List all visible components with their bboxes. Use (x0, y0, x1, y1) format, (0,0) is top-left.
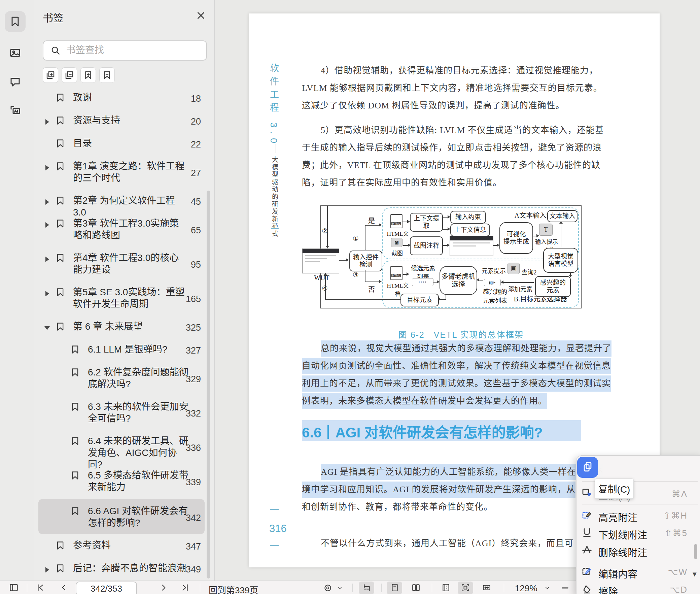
bookmark-item[interactable]: 目录 22 (34, 134, 206, 155)
book-title-vertical: 软件工程 3.0 (267, 63, 280, 147)
expand-arrow-icon[interactable] (45, 291, 49, 296)
page-indicator-input[interactable]: 342/353 (76, 582, 137, 594)
collapse-all-button[interactable] (62, 67, 77, 83)
bookmark-page: 329 (175, 374, 201, 385)
bookmark-flag-icon (70, 402, 80, 411)
bookmark-page: 65 (175, 225, 201, 236)
body-line: 费；此外，VETL 在顶级商业网站的测试中成功发现了多个核心功能性的缺 (302, 157, 600, 173)
expand-arrow-icon[interactable] (45, 165, 49, 170)
bookmark-item[interactable]: 致谢 18 (34, 88, 206, 109)
fit-width-button[interactable] (482, 583, 491, 592)
bookmark-item[interactable]: 参考资料 347 (34, 536, 206, 557)
sidebar-scrollbar[interactable] (207, 191, 210, 579)
select-all-icon (582, 488, 592, 499)
search-input[interactable] (66, 43, 202, 57)
close-panel-button[interactable] (194, 9, 208, 22)
rail-tab-translate[interactable] (5, 100, 26, 121)
bookmark-item[interactable]: 第4章 软件工程3.0的核心能力建设 95 (34, 249, 206, 281)
bookmark-page: 165 (175, 294, 201, 304)
bookmark-item[interactable]: 第1章 演变之路：软件工程的三个时代 27 (34, 157, 206, 189)
bookmark-item[interactable]: 第2章 为何定义软件工程3.0 45 (34, 191, 206, 212)
quick-copy-button[interactable] (577, 457, 598, 478)
bookmark-item[interactable]: 6.4 未来的研发工具、研发角色、AIGC如何协同? 336 (34, 432, 206, 464)
bookmark-search-box[interactable] (43, 40, 207, 61)
bookmark-item[interactable]: 6.1 LLM 是银弹吗? 327 (34, 340, 206, 361)
collapse-all-icon (64, 70, 74, 80)
bookmark-flag-icon (56, 116, 65, 125)
expand-arrow-icon[interactable] (45, 567, 49, 572)
menu-item-highlight[interactable]: 高亮附注 ⇧⌘H (576, 507, 700, 524)
bookmark-flag-icon (56, 253, 65, 263)
two-page-button[interactable] (411, 583, 421, 592)
section-heading: 6.6AGI 对软件研发会有怎样的影响? (302, 421, 542, 441)
bookmark-item-selected[interactable]: 6.6 AGI 对软件研发会有怎样的影响? 342 (34, 502, 206, 534)
next-page-button[interactable] (159, 583, 168, 592)
figure-caption: 图 6-2 VETL 实现的总体框架 (320, 328, 602, 340)
prev-page-button[interactable] (59, 583, 69, 592)
menu-item-underline[interactable]: 下划线附注 ⇧⌘5 (576, 524, 700, 541)
fit-page-button[interactable] (461, 583, 470, 592)
thumbnail-page-button[interactable] (442, 583, 450, 592)
back-to-page-button[interactable]: 回到第339页 (209, 583, 258, 594)
menu-item-erase[interactable]: 擦除 ⌥D (576, 581, 700, 594)
bookmark-page: 95 (175, 260, 201, 270)
bookmark-flag-icon (56, 219, 65, 228)
menu-item-edit-content[interactable]: 编辑内容 ⌥W (576, 563, 700, 580)
single-page-button[interactable] (390, 583, 399, 592)
expand-arrow-icon[interactable] (45, 257, 49, 262)
html-file-icon: HTML (390, 266, 403, 280)
bookmark-item[interactable]: 6.5 多模态给软件研发带来新能力 339 (34, 466, 206, 498)
continuous-scroll-button[interactable] (362, 583, 372, 592)
input-prompt-icon: T (539, 224, 553, 236)
bookmark-flag-icon (56, 541, 65, 550)
bookmark-flag-icon (70, 471, 80, 480)
bookmark-page: 332 (175, 408, 201, 419)
zoom-chevron-icon[interactable] (544, 585, 551, 591)
bookmark-item[interactable]: 6.3 未来的软件会更加安全可信吗? 332 (34, 397, 206, 430)
expand-arrow-icon[interactable] (45, 222, 49, 228)
last-page-button[interactable] (180, 583, 190, 592)
add-bookmark-button[interactable] (80, 67, 96, 83)
first-page-button[interactable] (36, 583, 45, 592)
collapse-arrow-icon[interactable] (44, 326, 50, 330)
copy-icon (582, 461, 593, 474)
body-line-highlighted: 境中学习和应用知识。AGI 的发展将对软件研发产生深远的影响，从 (302, 482, 575, 498)
bookmark-item[interactable]: 资源与支持 20 (34, 111, 206, 132)
bookmark-flag-icon (70, 436, 80, 446)
rail-tab-images[interactable] (5, 42, 26, 63)
bookmark-item[interactable]: 后记：奔腾不息的智能浪潮 349 (34, 559, 206, 580)
body-line: 4）借助视觉辅助，获得更精准的目标元素选择：通过视觉推理能力， (321, 63, 598, 79)
erase-icon (582, 584, 592, 594)
zoom-level-value[interactable]: 129% (515, 583, 537, 594)
bookmark-item[interactable]: 6.2 软件复杂度问题能彻底解决吗? 329 (34, 363, 206, 395)
bookmark-page: 18 (175, 94, 201, 104)
view-mode-chevron-icon[interactable] (337, 585, 343, 591)
body-line: 陷，证明了其在实际应用中的有效性和实用价值。 (302, 175, 502, 191)
bookmark-item[interactable]: 第5章 SE 3.0实践场：重塑软件开发生命周期 165 (34, 283, 206, 315)
scrollbar-down-arrow[interactable]: ▼ (691, 570, 698, 578)
bookmark-flag-icon (56, 322, 65, 331)
panel-toggle-button[interactable] (9, 583, 19, 592)
menu-item-strikethrough[interactable]: 删除线附注 (576, 542, 700, 559)
view-mode-eye-icon[interactable] (322, 584, 333, 592)
expand-arrow-icon[interactable] (45, 119, 49, 125)
rail-tab-comments[interactable] (5, 71, 26, 92)
remove-bookmark-button[interactable] (99, 67, 115, 83)
bookmark-item[interactable]: 第3章 软件工程3.0实施策略和路线图 65 (34, 214, 206, 246)
expand-all-button[interactable] (43, 67, 58, 83)
highlight-icon (582, 509, 592, 520)
bookmark-item[interactable]: 第 6 章 未来展望 325 (34, 317, 206, 338)
book-pages-icon (9, 104, 21, 116)
window-scrollbar-thumb[interactable] (694, 544, 697, 559)
bookmark-page: 22 (175, 139, 201, 150)
webpage-screenshot-thumbnail (450, 236, 493, 256)
body-line-highlighted: 利用上的不足，从而带来了更优的测试效果。这些基于多模态大模型的测试实 (302, 375, 611, 392)
book-subtitle-vertical: 大模型驱动的研发新范式 (270, 156, 279, 238)
zoom-out-button[interactable] (561, 584, 569, 592)
body-line: 这减少了仅依赖 DOM 树属性导致的误判，提高了测试的准确性。 (302, 98, 565, 114)
rail-tab-bookmarks[interactable] (5, 11, 26, 32)
expand-arrow-icon[interactable] (45, 199, 49, 205)
panel-title: 书签 (43, 9, 64, 25)
body-line: LVLM 能够根据网页截图和上下文内容，精准地选择需要交互的目标元素。 (302, 80, 602, 96)
edit-content-icon (582, 566, 592, 577)
